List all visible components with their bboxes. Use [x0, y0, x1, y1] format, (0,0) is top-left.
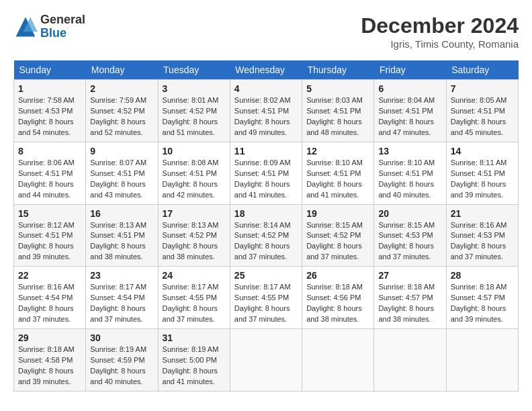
day-info: Sunrise: 8:07 AMSunset: 4:51 PMDaylight:…: [90, 158, 153, 201]
day-number: 28: [451, 270, 514, 281]
weekday-header-row: SundayMondayTuesdayWednesdayThursdayFrid…: [14, 60, 519, 80]
weekday-header-friday: Friday: [374, 60, 446, 80]
title-section: December 2024 Igris, Timis County, Roman…: [361, 13, 519, 50]
calendar-cell: 12Sunrise: 8:10 AMSunset: 4:51 PMDayligh…: [302, 142, 374, 204]
day-info: Sunrise: 8:17 AMSunset: 4:55 PMDaylight:…: [163, 282, 226, 325]
day-number: 26: [306, 270, 369, 281]
calendar-cell: 25Sunrise: 8:17 AMSunset: 4:55 PMDayligh…: [230, 267, 302, 329]
day-info: Sunrise: 8:15 AMSunset: 4:52 PMDaylight:…: [306, 220, 369, 263]
weekday-header-saturday: Saturday: [446, 60, 518, 80]
calendar-cell: 21Sunrise: 8:16 AMSunset: 4:53 PMDayligh…: [446, 204, 518, 267]
day-info: Sunrise: 8:18 AMSunset: 4:56 PMDaylight:…: [306, 282, 369, 325]
day-info: Sunrise: 8:01 AMSunset: 4:52 PMDaylight:…: [163, 95, 226, 138]
calendar-cell: 8Sunrise: 8:06 AMSunset: 4:51 PMDaylight…: [14, 142, 86, 204]
day-number: 22: [18, 270, 81, 281]
day-number: 17: [163, 208, 226, 219]
calendar-cell: 23Sunrise: 8:17 AMSunset: 4:54 PMDayligh…: [86, 267, 158, 329]
day-number: 13: [378, 146, 441, 156]
day-number: 19: [306, 208, 369, 219]
week-row-1: 1Sunrise: 7:58 AMSunset: 4:53 PMDaylight…: [14, 80, 519, 142]
day-info: Sunrise: 8:17 AMSunset: 4:54 PMDaylight:…: [90, 282, 153, 325]
day-number: 7: [451, 83, 514, 94]
day-info: Sunrise: 8:19 AMSunset: 5:00 PMDaylight:…: [163, 345, 226, 387]
day-number: 21: [451, 208, 514, 219]
day-number: 10: [163, 146, 226, 156]
calendar-cell: 28Sunrise: 8:18 AMSunset: 4:57 PMDayligh…: [446, 267, 518, 329]
day-info: Sunrise: 8:18 AMSunset: 4:57 PMDaylight:…: [378, 282, 441, 325]
day-number: 20: [378, 208, 441, 219]
calendar-cell: 9Sunrise: 8:07 AMSunset: 4:51 PMDaylight…: [86, 142, 158, 204]
day-number: 14: [451, 146, 514, 156]
month-title: December 2024: [361, 13, 519, 38]
calendar-cell: 3Sunrise: 8:01 AMSunset: 4:52 PMDaylight…: [158, 80, 230, 142]
weekday-header-monday: Monday: [86, 60, 158, 80]
day-info: Sunrise: 8:13 AMSunset: 4:51 PMDaylight:…: [90, 220, 153, 263]
day-info: Sunrise: 8:03 AMSunset: 4:51 PMDaylight:…: [306, 95, 369, 138]
logo-icon: [13, 15, 38, 39]
week-row-2: 8Sunrise: 8:06 AMSunset: 4:51 PMDaylight…: [14, 142, 519, 204]
day-number: 8: [18, 146, 81, 156]
calendar-cell: 31Sunrise: 8:19 AMSunset: 5:00 PMDayligh…: [158, 329, 230, 392]
day-info: Sunrise: 8:08 AMSunset: 4:51 PMDaylight:…: [163, 158, 226, 201]
day-info: Sunrise: 8:16 AMSunset: 4:53 PMDaylight:…: [451, 220, 514, 263]
calendar-cell: 13Sunrise: 8:10 AMSunset: 4:51 PMDayligh…: [374, 142, 446, 204]
day-number: 3: [163, 83, 226, 94]
day-number: 24: [163, 270, 226, 281]
calendar-cell: 19Sunrise: 8:15 AMSunset: 4:52 PMDayligh…: [302, 204, 374, 267]
calendar-cell: 29Sunrise: 8:18 AMSunset: 4:58 PMDayligh…: [14, 329, 86, 392]
day-info: Sunrise: 8:10 AMSunset: 4:51 PMDaylight:…: [306, 158, 369, 201]
day-info: Sunrise: 8:12 AMSunset: 4:51 PMDaylight:…: [18, 220, 81, 263]
calendar-cell: 17Sunrise: 8:13 AMSunset: 4:52 PMDayligh…: [158, 204, 230, 267]
calendar-cell: [302, 329, 374, 392]
calendar-cell: [374, 329, 446, 392]
calendar-cell: 15Sunrise: 8:12 AMSunset: 4:51 PMDayligh…: [14, 204, 86, 267]
day-number: 1: [18, 83, 81, 94]
day-number: 30: [90, 332, 153, 343]
day-info: Sunrise: 8:02 AMSunset: 4:51 PMDaylight:…: [234, 95, 298, 138]
day-info: Sunrise: 8:15 AMSunset: 4:53 PMDaylight:…: [378, 220, 441, 263]
calendar-cell: 6Sunrise: 8:04 AMSunset: 4:51 PMDaylight…: [374, 80, 446, 142]
calendar-cell: 2Sunrise: 7:59 AMSunset: 4:52 PMDaylight…: [86, 80, 158, 142]
day-info: Sunrise: 8:18 AMSunset: 4:58 PMDaylight:…: [18, 345, 81, 387]
week-row-3: 15Sunrise: 8:12 AMSunset: 4:51 PMDayligh…: [14, 204, 519, 267]
day-info: Sunrise: 8:18 AMSunset: 4:57 PMDaylight:…: [451, 282, 514, 325]
calendar-cell: 7Sunrise: 8:05 AMSunset: 4:51 PMDaylight…: [446, 80, 518, 142]
day-info: Sunrise: 7:58 AMSunset: 4:53 PMDaylight:…: [18, 95, 81, 138]
day-info: Sunrise: 8:16 AMSunset: 4:54 PMDaylight:…: [18, 282, 81, 325]
day-info: Sunrise: 8:17 AMSunset: 4:55 PMDaylight:…: [234, 282, 298, 325]
day-info: Sunrise: 8:04 AMSunset: 4:51 PMDaylight:…: [378, 95, 441, 138]
day-info: Sunrise: 8:10 AMSunset: 4:51 PMDaylight:…: [378, 158, 441, 201]
calendar-cell: 20Sunrise: 8:15 AMSunset: 4:53 PMDayligh…: [374, 204, 446, 267]
day-number: 2: [90, 83, 153, 94]
page-header: General Blue December 2024 Igris, Timis …: [13, 13, 519, 50]
calendar-cell: 16Sunrise: 8:13 AMSunset: 4:51 PMDayligh…: [86, 204, 158, 267]
calendar-cell: 22Sunrise: 8:16 AMSunset: 4:54 PMDayligh…: [14, 267, 86, 329]
calendar-cell: 24Sunrise: 8:17 AMSunset: 4:55 PMDayligh…: [158, 267, 230, 329]
calendar-table: SundayMondayTuesdayWednesdayThursdayFrid…: [13, 60, 519, 392]
logo: General Blue: [13, 13, 85, 40]
day-number: 23: [90, 270, 153, 281]
day-info: Sunrise: 8:14 AMSunset: 4:52 PMDaylight:…: [234, 220, 298, 263]
day-number: 31: [163, 332, 226, 343]
logo-text: General Blue: [40, 13, 85, 40]
day-info: Sunrise: 8:11 AMSunset: 4:51 PMDaylight:…: [451, 158, 514, 201]
day-number: 18: [234, 208, 298, 219]
day-info: Sunrise: 7:59 AMSunset: 4:52 PMDaylight:…: [90, 95, 153, 138]
calendar-cell: 5Sunrise: 8:03 AMSunset: 4:51 PMDaylight…: [302, 80, 374, 142]
day-number: 16: [90, 208, 153, 219]
day-info: Sunrise: 8:09 AMSunset: 4:51 PMDaylight:…: [234, 158, 298, 201]
calendar-cell: 4Sunrise: 8:02 AMSunset: 4:51 PMDaylight…: [230, 80, 302, 142]
day-number: 29: [18, 332, 81, 343]
weekday-header-thursday: Thursday: [302, 60, 374, 80]
day-number: 4: [234, 83, 298, 94]
calendar-cell: 10Sunrise: 8:08 AMSunset: 4:51 PMDayligh…: [158, 142, 230, 204]
logo-general-text: General: [40, 13, 85, 27]
day-info: Sunrise: 8:13 AMSunset: 4:52 PMDaylight:…: [163, 220, 226, 263]
location-text: Igris, Timis County, Romania: [361, 38, 519, 50]
calendar-cell: [446, 329, 518, 392]
week-row-4: 22Sunrise: 8:16 AMSunset: 4:54 PMDayligh…: [14, 267, 519, 329]
day-number: 15: [18, 208, 81, 219]
weekday-header-wednesday: Wednesday: [230, 60, 302, 80]
calendar-cell: 14Sunrise: 8:11 AMSunset: 4:51 PMDayligh…: [446, 142, 518, 204]
calendar-cell: 27Sunrise: 8:18 AMSunset: 4:57 PMDayligh…: [374, 267, 446, 329]
